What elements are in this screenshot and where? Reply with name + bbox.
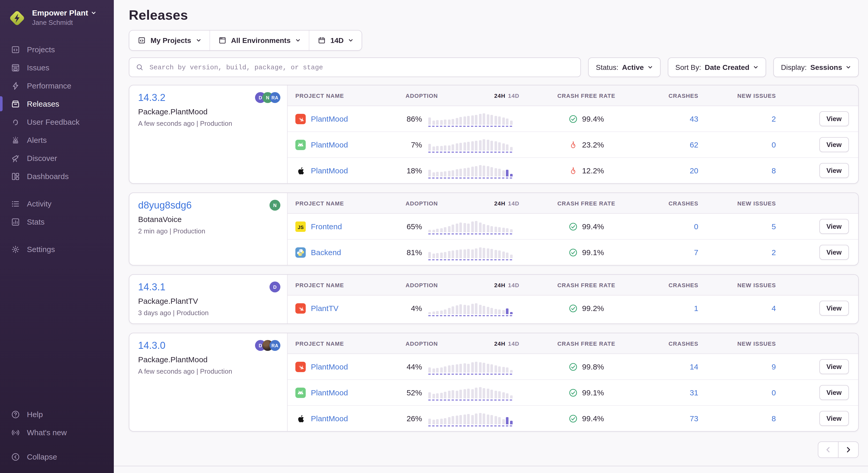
- view-button[interactable]: View: [819, 245, 849, 260]
- range-14d[interactable]: 14D: [508, 340, 519, 347]
- range-toggle[interactable]: 24H14D: [494, 92, 519, 98]
- crashes-count-link[interactable]: 20: [690, 166, 698, 175]
- display-dropdown[interactable]: Display: Sessions: [773, 57, 859, 77]
- sidebar-item-releases[interactable]: Releases: [0, 95, 114, 113]
- project-link[interactable]: PlantMood: [311, 388, 348, 397]
- new-issues-count-link[interactable]: 8: [772, 166, 776, 175]
- new-issues-count-link[interactable]: 5: [772, 222, 776, 231]
- range-toggle[interactable]: 24H14D: [494, 282, 519, 288]
- activity-icon: [11, 199, 20, 208]
- new-issues-count-link[interactable]: 8: [772, 414, 776, 423]
- previous-page-button[interactable]: [818, 441, 838, 458]
- avatar[interactable]: RA: [270, 340, 280, 351]
- project-row: PlantMood 7% 23.2% 62 0 View: [288, 132, 858, 158]
- swift-icon: [296, 303, 306, 313]
- new-issues-count-link[interactable]: 2: [772, 114, 776, 123]
- sidebar-item-help[interactable]: Help: [0, 405, 114, 423]
- project-link[interactable]: PlantMood: [311, 414, 348, 423]
- org-switcher[interactable]: Empower Plant Jane Schmidt: [0, 0, 114, 33]
- release-version-link[interactable]: d8yug8sdg6: [138, 200, 280, 211]
- view-button[interactable]: View: [819, 359, 849, 374]
- new-issues-count-link[interactable]: 0: [772, 140, 776, 149]
- range-14d[interactable]: 14D: [508, 200, 519, 206]
- adoption-sparkline: [428, 137, 513, 152]
- adoption-sparkline: [428, 300, 513, 316]
- project-link[interactable]: PlantTV: [311, 304, 339, 313]
- range-14d[interactable]: 14D: [508, 92, 519, 98]
- adoption-value: 44%: [396, 362, 428, 371]
- search-input[interactable]: [149, 63, 574, 72]
- range-24h[interactable]: 24H: [494, 200, 506, 206]
- release-meta: A few seconds ago | Production: [138, 367, 280, 375]
- sidebar-item-stats[interactable]: Stats: [0, 213, 114, 231]
- sidebar-item-dashboards[interactable]: Dashboards: [0, 167, 114, 185]
- project-link[interactable]: PlantMood: [311, 114, 348, 123]
- view-button[interactable]: View: [819, 301, 849, 316]
- sidebar-item-collapse[interactable]: Collapse: [0, 448, 114, 466]
- view-button[interactable]: View: [819, 411, 849, 426]
- sidebar-item-issues[interactable]: Issues: [0, 58, 114, 77]
- sidebar-item-what-s-new[interactable]: What's new: [0, 423, 114, 441]
- release-info: 14.3.1 Package.PlantTV 3 days ago | Prod…: [129, 275, 288, 323]
- range-toggle[interactable]: 24H14D: [494, 340, 519, 347]
- project-link[interactable]: Backend: [311, 248, 341, 257]
- view-button[interactable]: View: [819, 163, 849, 178]
- sidebar-item-user-feedback[interactable]: User Feedback: [0, 113, 114, 131]
- crashes-count-link[interactable]: 43: [690, 114, 698, 123]
- sidebar: Empower Plant Jane Schmidt Projects Issu…: [0, 0, 114, 473]
- view-button[interactable]: View: [819, 219, 849, 234]
- avatar[interactable]: N: [270, 200, 280, 211]
- range-14d[interactable]: 14D: [508, 282, 519, 288]
- check-circle-icon: [568, 388, 578, 397]
- sidebar-item-activity[interactable]: Activity: [0, 195, 114, 213]
- crashes-count-link[interactable]: 7: [694, 248, 698, 257]
- release-list: 14.3.2 Package.PlantMood A few seconds a…: [129, 85, 859, 432]
- range-24h[interactable]: 24H: [494, 282, 506, 288]
- avatar[interactable]: RA: [270, 92, 280, 103]
- new-issues-count-link[interactable]: 2: [772, 248, 776, 257]
- view-button[interactable]: View: [819, 137, 849, 152]
- range-24h[interactable]: 24H: [494, 340, 506, 347]
- crashes-count-link[interactable]: 1: [694, 304, 698, 313]
- whats-new-icon: [11, 428, 20, 437]
- pagination: [129, 441, 859, 458]
- status-dropdown[interactable]: Status: Active: [588, 57, 660, 77]
- crash-free-value: 12.2%: [582, 166, 604, 175]
- new-issues-count-link[interactable]: 0: [772, 388, 776, 397]
- table-header-row: PROJECT NAME ADOPTION 24H14D CRASH FREE …: [288, 193, 858, 214]
- column-project-name: PROJECT NAME: [288, 92, 396, 98]
- fire-icon: [568, 166, 578, 175]
- chevron-down-icon: [196, 38, 201, 43]
- sidebar-item-settings[interactable]: Settings: [0, 240, 114, 258]
- avatar[interactable]: D: [270, 282, 280, 292]
- sidebar-item-projects[interactable]: Projects: [0, 40, 114, 58]
- environment-filter[interactable]: All Environments: [210, 31, 309, 50]
- sidebar-item-discover[interactable]: Discover: [0, 149, 114, 167]
- alerts-icon: [11, 135, 20, 145]
- sidebar-item-alerts[interactable]: Alerts: [0, 131, 114, 149]
- projects-icon: [11, 45, 20, 54]
- view-button[interactable]: View: [819, 385, 849, 400]
- sidebar-item-performance[interactable]: Performance: [0, 77, 114, 95]
- next-page-button[interactable]: [838, 441, 859, 458]
- sort-dropdown[interactable]: Sort By: Date Created: [668, 57, 766, 77]
- column-project-name: PROJECT NAME: [288, 282, 396, 288]
- crashes-count-link[interactable]: 0: [694, 222, 698, 231]
- project-link[interactable]: PlantMood: [311, 362, 348, 371]
- new-issues-count-link[interactable]: 9: [772, 362, 776, 371]
- crashes-count-link[interactable]: 31: [690, 388, 698, 397]
- chevron-left-icon: [825, 446, 832, 453]
- crashes-count-link[interactable]: 73: [690, 414, 698, 423]
- date-range-filter[interactable]: 14D: [309, 31, 362, 50]
- range-24h[interactable]: 24H: [494, 92, 506, 98]
- crashes-count-link[interactable]: 14: [690, 362, 698, 371]
- crashes-count-link[interactable]: 62: [690, 140, 698, 149]
- project-filter[interactable]: My Projects: [129, 31, 210, 50]
- new-issues-count-link[interactable]: 4: [772, 304, 776, 313]
- range-toggle[interactable]: 24H14D: [494, 200, 519, 206]
- project-link[interactable]: Frontend: [311, 222, 342, 231]
- project-link[interactable]: PlantMood: [311, 166, 348, 175]
- view-button[interactable]: View: [819, 111, 849, 126]
- project-link[interactable]: PlantMood: [311, 140, 348, 149]
- release-version-link[interactable]: 14.3.1: [138, 282, 280, 293]
